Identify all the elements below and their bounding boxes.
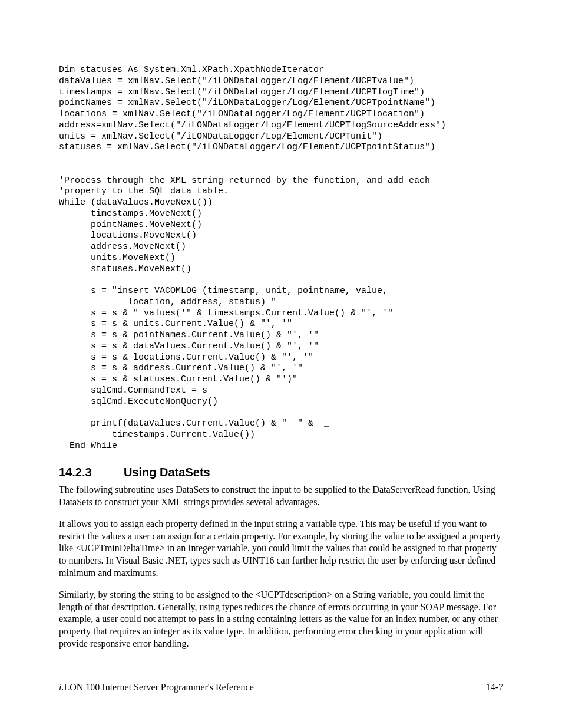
footer-text: LON 100 Internet Server Programmer's Ref… <box>64 682 253 692</box>
code-block: Dim statuses As System.Xml.XPath.XpathNo… <box>59 65 503 452</box>
page: Dim statuses As System.Xml.XPath.XpathNo… <box>0 0 562 728</box>
paragraph: Similarly, by storing the string to be a… <box>59 589 503 650</box>
footer-title: i.LON 100 Internet Server Programmer's R… <box>59 682 254 693</box>
page-footer: i.LON 100 Internet Server Programmer's R… <box>59 682 503 693</box>
footer-page-number: 14-7 <box>486 682 503 693</box>
paragraph: It allows you to assign each property de… <box>59 518 503 579</box>
section-heading: 14.2.3 Using DataSets <box>59 466 503 479</box>
heading-number: 14.2.3 <box>59 466 124 479</box>
heading-title: Using DataSets <box>124 466 210 479</box>
paragraph: The following subroutine uses DataSets t… <box>59 484 503 509</box>
